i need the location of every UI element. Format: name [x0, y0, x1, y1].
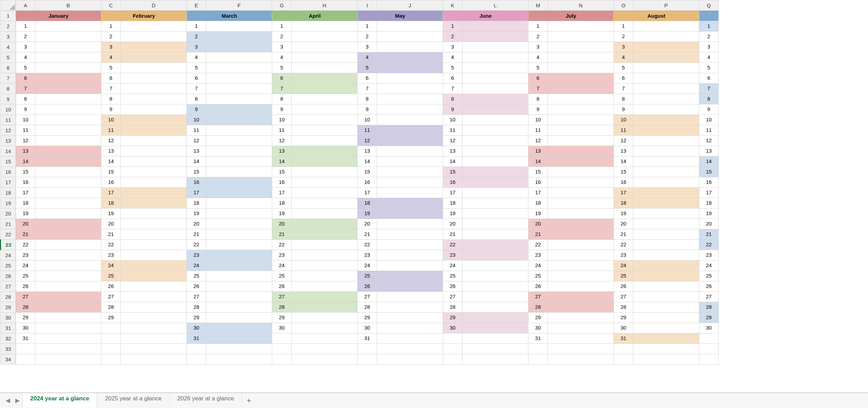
row-header[interactable]: 14: [1, 146, 16, 156]
day-cell[interactable]: 19: [528, 209, 548, 219]
day-cell[interactable]: 27: [528, 292, 548, 302]
day-cell[interactable]: 8: [187, 94, 206, 104]
event-cell[interactable]: [377, 240, 443, 250]
day-cell[interactable]: 25: [272, 271, 292, 281]
day-cell[interactable]: 9: [699, 104, 719, 115]
day-cell[interactable]: 26: [358, 281, 377, 292]
day-cell[interactable]: 8: [699, 94, 719, 104]
event-cell[interactable]: [292, 125, 358, 136]
day-cell[interactable]: 27: [272, 292, 292, 302]
day-cell[interactable]: 26: [528, 281, 548, 292]
event-cell[interactable]: [206, 115, 272, 125]
row-header[interactable]: 25: [1, 261, 16, 271]
day-cell[interactable]: 15: [358, 167, 377, 177]
day-cell[interactable]: [101, 323, 121, 333]
event-cell[interactable]: [548, 146, 614, 156]
day-cell[interactable]: 23: [358, 250, 377, 261]
day-cell[interactable]: 10: [272, 115, 292, 125]
day-cell[interactable]: 14: [358, 156, 377, 167]
day-cell[interactable]: 2: [614, 32, 633, 42]
day-cell[interactable]: [699, 354, 719, 365]
day-cell[interactable]: 28: [699, 302, 719, 313]
day-cell[interactable]: [443, 333, 462, 344]
event-cell[interactable]: [462, 177, 528, 188]
day-cell[interactable]: [101, 354, 121, 365]
event-cell[interactable]: [206, 167, 272, 177]
event-cell[interactable]: [548, 323, 614, 333]
day-cell[interactable]: 2: [699, 32, 719, 42]
day-cell[interactable]: 1: [272, 21, 292, 32]
day-cell[interactable]: 21: [101, 229, 121, 240]
day-cell[interactable]: 6: [101, 73, 121, 84]
day-cell[interactable]: 14: [699, 156, 719, 167]
day-cell[interactable]: 15: [272, 167, 292, 177]
day-cell[interactable]: 4: [272, 52, 292, 63]
day-cell[interactable]: 18: [443, 198, 462, 209]
day-cell[interactable]: 25: [443, 271, 462, 281]
day-cell[interactable]: 6: [699, 73, 719, 84]
event-cell[interactable]: [206, 250, 272, 261]
event-cell[interactable]: [121, 219, 187, 229]
day-cell[interactable]: 29: [443, 313, 462, 323]
event-cell[interactable]: [377, 219, 443, 229]
event-cell[interactable]: [206, 84, 272, 94]
day-cell[interactable]: 2: [528, 32, 548, 42]
day-cell[interactable]: 6: [187, 73, 206, 84]
event-cell[interactable]: [35, 73, 101, 84]
event-cell[interactable]: [35, 302, 101, 313]
day-cell[interactable]: 5: [101, 63, 121, 73]
day-cell[interactable]: 23: [101, 250, 121, 261]
day-cell[interactable]: 25: [528, 271, 548, 281]
event-cell[interactable]: [377, 84, 443, 94]
event-cell[interactable]: [633, 344, 699, 354]
month-header[interactable]: May: [358, 11, 443, 21]
event-cell[interactable]: [121, 344, 187, 354]
row-header[interactable]: 5: [1, 52, 16, 63]
day-cell[interactable]: 22: [699, 240, 719, 250]
day-cell[interactable]: 10: [101, 115, 121, 125]
event-cell[interactable]: [377, 354, 443, 365]
day-cell[interactable]: 13: [358, 146, 377, 156]
day-cell[interactable]: 7: [443, 84, 462, 94]
day-cell[interactable]: 12: [443, 136, 462, 146]
day-cell[interactable]: 13: [528, 146, 548, 156]
event-cell[interactable]: [633, 281, 699, 292]
day-cell[interactable]: 11: [358, 125, 377, 136]
day-cell[interactable]: 5: [528, 63, 548, 73]
row-header[interactable]: 23: [1, 240, 16, 250]
event-cell[interactable]: [206, 209, 272, 219]
event-cell[interactable]: [121, 21, 187, 32]
event-cell[interactable]: [292, 313, 358, 323]
day-cell[interactable]: 24: [16, 261, 35, 271]
column-header[interactable]: J: [377, 0, 443, 11]
event-cell[interactable]: [462, 323, 528, 333]
event-cell[interactable]: [35, 136, 101, 146]
event-cell[interactable]: [548, 271, 614, 281]
day-cell[interactable]: 22: [358, 240, 377, 250]
day-cell[interactable]: 20: [699, 219, 719, 229]
event-cell[interactable]: [633, 177, 699, 188]
day-cell[interactable]: 4: [187, 52, 206, 63]
event-cell[interactable]: [292, 198, 358, 209]
event-cell[interactable]: [548, 354, 614, 365]
day-cell[interactable]: 29: [699, 313, 719, 323]
event-cell[interactable]: [35, 250, 101, 261]
day-cell[interactable]: 10: [699, 115, 719, 125]
day-cell[interactable]: 26: [16, 281, 35, 292]
day-cell[interactable]: 16: [101, 177, 121, 188]
day-cell[interactable]: 26: [187, 281, 206, 292]
day-cell[interactable]: 21: [272, 229, 292, 240]
event-cell[interactable]: [292, 188, 358, 198]
day-cell[interactable]: 10: [528, 115, 548, 125]
day-cell[interactable]: 1: [528, 21, 548, 32]
day-cell[interactable]: 22: [16, 240, 35, 250]
day-cell[interactable]: 17: [358, 188, 377, 198]
day-cell[interactable]: 13: [272, 146, 292, 156]
day-cell[interactable]: 14: [443, 156, 462, 167]
event-cell[interactable]: [292, 94, 358, 104]
day-cell[interactable]: 17: [187, 188, 206, 198]
event-cell[interactable]: [462, 198, 528, 209]
event-cell[interactable]: [633, 125, 699, 136]
event-cell[interactable]: [633, 261, 699, 271]
day-cell[interactable]: 17: [443, 188, 462, 198]
